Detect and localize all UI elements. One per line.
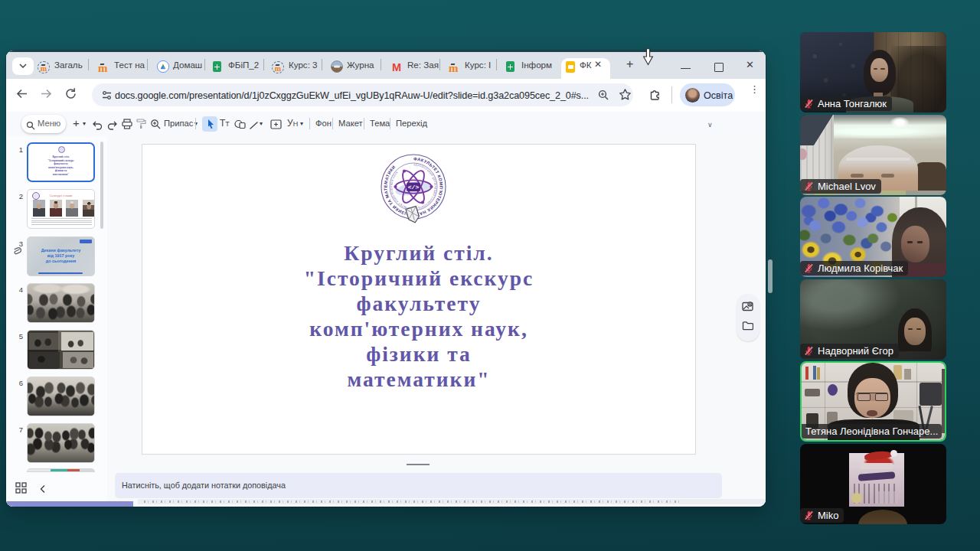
svg-text:</>: </>: [408, 184, 420, 191]
